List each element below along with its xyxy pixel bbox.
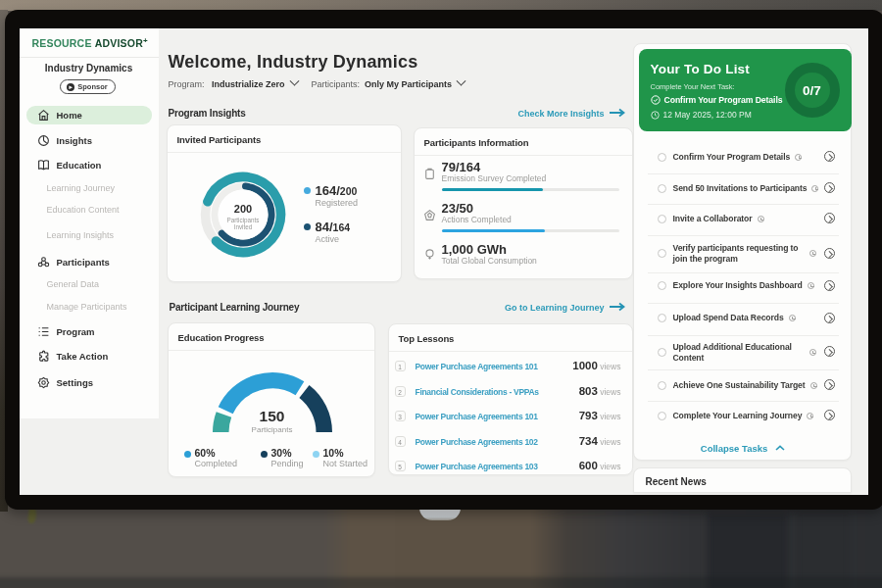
svg-text:Invited: Invited — [233, 223, 252, 230]
svg-text:200: 200 — [233, 203, 251, 215]
